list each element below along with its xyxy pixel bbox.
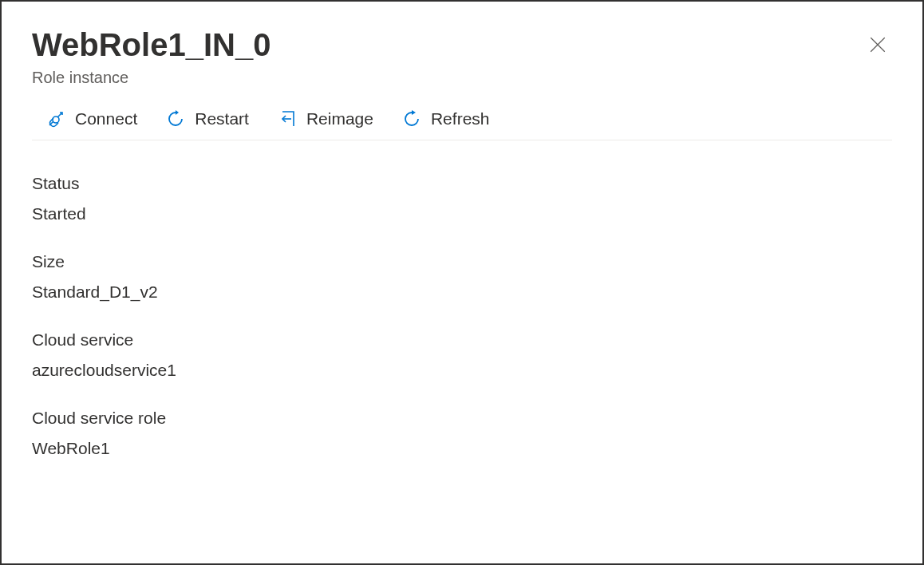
size-label: Size bbox=[32, 252, 892, 271]
properties-section: Status Started Size Standard_D1_v2 Cloud… bbox=[32, 174, 892, 458]
panel-header: WebRole1_IN_0 Role instance bbox=[32, 26, 892, 87]
cloud-service-label: Cloud service bbox=[32, 330, 892, 350]
command-bar: Connect Restart Reimage bbox=[32, 109, 892, 140]
refresh-label: Refresh bbox=[431, 109, 490, 128]
cloud-service-value: azurecloudservice1 bbox=[32, 361, 892, 380]
cloud-service-role-value: WebRole1 bbox=[32, 439, 892, 458]
role-instance-panel: WebRole1_IN_0 Role instance bbox=[0, 0, 924, 565]
refresh-button[interactable]: Refresh bbox=[402, 109, 490, 128]
header-text: WebRole1_IN_0 Role instance bbox=[32, 26, 863, 87]
property-cloud-service: Cloud service azurecloudservice1 bbox=[32, 330, 892, 380]
connect-button[interactable]: Connect bbox=[46, 109, 137, 128]
page-subtitle: Role instance bbox=[32, 69, 863, 87]
svg-point-2 bbox=[53, 117, 59, 123]
page-title: WebRole1_IN_0 bbox=[32, 26, 863, 64]
close-icon bbox=[870, 43, 886, 55]
cloud-service-role-label: Cloud service role bbox=[32, 409, 892, 428]
restart-label: Restart bbox=[195, 109, 249, 128]
connect-icon bbox=[46, 109, 65, 128]
property-status: Status Started bbox=[32, 174, 892, 223]
property-size: Size Standard_D1_v2 bbox=[32, 252, 892, 302]
status-label: Status bbox=[32, 174, 892, 193]
restart-icon bbox=[166, 109, 185, 128]
reimage-button[interactable]: Reimage bbox=[278, 109, 373, 128]
restart-button[interactable]: Restart bbox=[166, 109, 249, 128]
close-button[interactable] bbox=[863, 30, 892, 61]
reimage-icon bbox=[278, 109, 297, 128]
status-value: Started bbox=[32, 204, 892, 223]
property-cloud-service-role: Cloud service role WebRole1 bbox=[32, 409, 892, 458]
reimage-label: Reimage bbox=[306, 109, 373, 128]
connect-label: Connect bbox=[75, 109, 137, 128]
refresh-icon bbox=[402, 109, 421, 128]
size-value: Standard_D1_v2 bbox=[32, 282, 892, 302]
